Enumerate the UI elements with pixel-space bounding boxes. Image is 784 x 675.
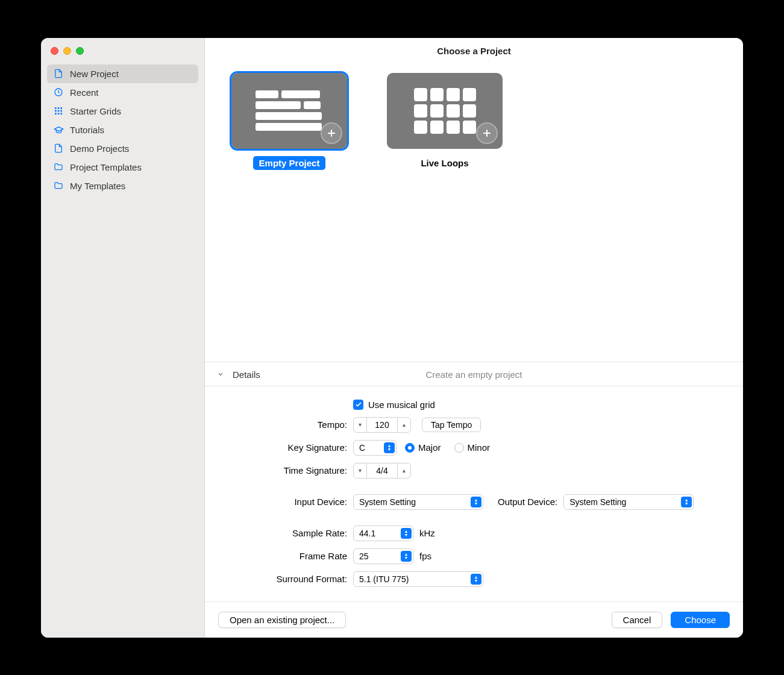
key-signature-label: Key Signature: [221,442,347,453]
project-option-empty[interactable]: Empty Project [231,73,347,170]
minor-radio[interactable] [454,443,464,453]
sidebar-item-label: Demo Projects [70,143,129,154]
svg-rect-9 [60,113,62,115]
stepper-down-icon[interactable]: ▾ [354,418,367,432]
key-signature-value: C [359,443,365,453]
sidebar-list: New Project Recent Starter Grids Tutoria… [41,64,204,195]
sidebar-item-recent[interactable]: Recent [47,83,198,102]
surround-format-value: 5.1 (ITU 775) [359,574,409,584]
details-title: Details [233,369,260,380]
key-signature-select[interactable]: C ▲▼ [353,440,397,456]
frame-rate-value: 25 [359,551,369,561]
details-header[interactable]: Details Create an empty project [205,362,743,386]
svg-rect-1 [55,107,57,109]
updown-caret-icon: ▲▼ [681,497,692,507]
sidebar-item-label: Tutorials [70,125,104,135]
project-option-live-loops[interactable]: Live Loops [387,73,503,170]
sample-rate-label: Sample Rate: [221,528,347,538]
open-existing-button[interactable]: Open an existing project... [218,612,346,628]
surround-format-select[interactable]: 5.1 (ITU 775) ▲▼ [353,571,483,587]
main-panel: Choose a Project Empty Project [205,38,743,638]
sidebar-item-label: Recent [70,87,99,98]
minimize-window-button[interactable] [63,47,71,55]
project-chooser-window: New Project Recent Starter Grids Tutoria… [41,38,743,638]
updown-caret-icon: ▲▼ [384,442,395,453]
window-controls [41,44,204,64]
project-option-label: Empty Project [253,156,326,170]
choose-button[interactable]: Choose [671,612,730,628]
sidebar-item-starter-grids[interactable]: Starter Grids [47,102,198,121]
tempo-label: Tempo: [221,419,347,430]
sidebar: New Project Recent Starter Grids Tutoria… [41,38,205,638]
empty-project-thumbnail [231,73,347,149]
sidebar-item-demo-projects[interactable]: Demo Projects [47,139,198,158]
sidebar-item-tutorials[interactable]: Tutorials [47,121,198,139]
use-musical-grid-label: Use musical grid [368,400,435,410]
updown-caret-icon: ▲▼ [471,497,481,507]
updown-caret-icon: ▲▼ [401,551,412,562]
plus-icon [476,122,498,144]
sidebar-item-project-templates[interactable]: Project Templates [47,158,198,177]
surround-format-label: Surround Format: [221,574,347,584]
folder-icon [53,181,64,190]
project-type-grid: Empty Project Live Loops [205,64,743,362]
plus-icon [321,122,342,144]
tempo-value: 120 [367,420,397,430]
sidebar-item-new-project[interactable]: New Project [47,64,198,83]
details-description: Create an empty project [425,369,522,380]
input-device-label: Input Device: [221,497,347,507]
live-loops-thumbnail [387,73,503,149]
document-icon [53,69,64,78]
document-icon [53,143,64,153]
svg-rect-2 [58,107,60,109]
stepper-down-icon[interactable]: ▾ [354,463,367,478]
tempo-stepper[interactable]: ▾ 120 ▴ [353,417,411,433]
output-device-value: System Setting [569,497,626,507]
major-label: Major [418,442,441,453]
zoom-window-button[interactable] [76,47,84,55]
svg-rect-5 [58,110,60,112]
sample-rate-value: 44.1 [359,529,375,538]
clock-icon [53,87,64,97]
use-musical-grid-checkbox[interactable] [353,400,363,410]
stepper-up-icon[interactable]: ▴ [397,463,410,478]
frame-rate-unit: fps [419,551,431,561]
stepper-up-icon[interactable]: ▴ [397,418,410,432]
sidebar-item-label: Project Templates [70,162,142,172]
output-device-label: Output Device: [498,497,557,507]
output-device-select[interactable]: System Setting ▲▼ [563,494,694,510]
svg-rect-8 [58,113,60,115]
grid-icon [53,106,64,116]
cancel-button[interactable]: Cancel [612,612,663,628]
sidebar-item-label: New Project [70,69,119,79]
details-form: Use musical grid Tempo: ▾ 120 ▴ Tap Temp… [205,386,743,602]
frame-rate-label: Frame Rate [221,551,347,561]
svg-rect-7 [55,113,57,115]
input-device-select[interactable]: System Setting ▲▼ [353,494,483,510]
minor-label: Minor [468,442,491,453]
folder-icon [53,162,64,172]
project-option-label: Live Loops [415,156,474,170]
major-radio[interactable] [405,443,415,453]
updown-caret-icon: ▲▼ [401,528,412,539]
window-title: Choose a Project [205,38,743,64]
time-signature-stepper[interactable]: ▾ 4/4 ▴ [353,463,411,479]
close-window-button[interactable] [51,47,58,55]
sample-rate-unit: kHz [419,528,435,538]
time-signature-label: Time Signature: [221,465,347,476]
footer: Open an existing project... Cancel Choos… [205,602,743,638]
tap-tempo-button[interactable]: Tap Tempo [422,418,481,432]
updown-caret-icon: ▲▼ [471,574,481,585]
input-device-value: System Setting [359,497,416,507]
svg-rect-3 [60,107,62,109]
sample-rate-select[interactable]: 44.1 ▲▼ [353,526,413,541]
svg-rect-4 [55,110,57,112]
svg-rect-6 [60,110,62,112]
sidebar-item-my-templates[interactable]: My Templates [47,177,198,195]
time-signature-value: 4/4 [367,466,397,476]
sidebar-item-label: Starter Grids [70,106,121,116]
frame-rate-select[interactable]: 25 ▲▼ [353,548,413,564]
chevron-down-icon [217,369,227,380]
sidebar-item-label: My Templates [70,181,125,191]
graduation-cap-icon [53,125,64,135]
